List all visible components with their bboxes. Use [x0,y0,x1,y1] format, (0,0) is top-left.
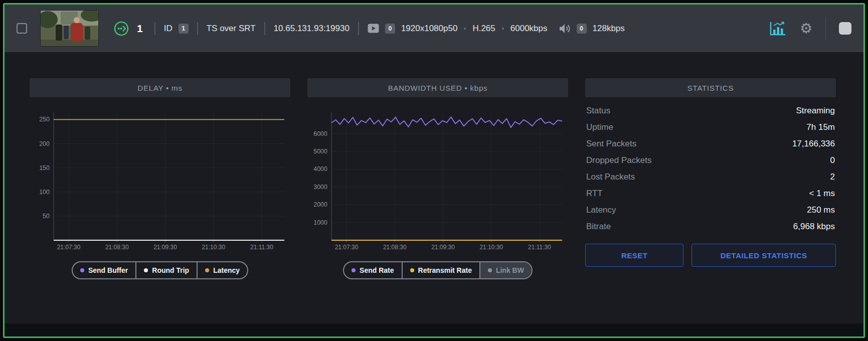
bandwidth-panel: BANDWIDTH USED • kbps 100020003000400050… [307,78,568,279]
protocol-label: TS over SRT [207,24,256,34]
legend-color-dot [352,268,356,272]
stat-label: Dropped Packets [586,155,651,165]
svg-text:100: 100 [39,189,50,196]
divider [154,22,155,35]
video-bitrate-label: 6000kbps [510,24,548,34]
svg-text:21:07:30: 21:07:30 [57,244,81,251]
svg-text:5000: 5000 [313,148,327,155]
stat-row-dropped-packets: Dropped Packets0 [586,152,835,168]
detailed-statistics-button[interactable]: DETAILED STATISTICS [691,244,836,267]
legend-label: Send Rate [360,266,394,274]
svg-text:150: 150 [39,164,50,172]
stat-row-uptime: Uptime7h 15m [586,119,835,135]
statistics-panel: STATISTICS StatusStreamingUptime7h 15mSe… [585,78,836,279]
legend-item-round-trip[interactable]: Round Trip [136,262,198,278]
svg-text:21:08:30: 21:08:30 [105,244,129,251]
stat-label: Lost Packets [586,172,635,182]
divider [358,22,359,35]
dot-separator [502,28,504,30]
svg-text:4000: 4000 [313,165,327,173]
legend-item-latency[interactable]: Latency [198,262,247,278]
id-label: ID [164,24,172,34]
id-badge: 1 [179,24,189,34]
stream-select-checkbox[interactable] [17,23,27,34]
divider [825,17,826,40]
audio-track-icon [559,23,571,34]
legend-group: Send RateRetransmit RateLink BW [343,261,533,279]
legend-item-retransmit-rate[interactable]: Retransmit Rate [403,262,480,278]
stop-button[interactable] [839,22,851,35]
statistics-panel-title: STATISTICS [585,78,836,97]
svg-text:6000: 6000 [313,130,327,137]
stat-label: Uptime [586,122,613,132]
statistics-rows: StatusStreamingUptime7h 15mSent Packets1… [585,102,836,235]
audio-bitrate-label: 128kbps [593,24,625,34]
stat-value: 2 [830,172,835,182]
legend-label: Send Buffer [88,266,128,274]
delay-panel-title: DELAY • ms [30,78,290,97]
svg-text:3000: 3000 [313,184,327,191]
stat-row-lost-packets: Lost Packets2 [586,168,835,185]
dot-separator [464,28,466,30]
svg-text:21:10:30: 21:10:30 [479,244,503,251]
stat-label: Bitrate [586,222,611,232]
video-track-badge: 0 [385,24,395,34]
legend-color-dot [144,268,148,272]
legend-group: Send BufferRound TripLatency [72,261,248,279]
stream-card: 1 ID 1 TS over SRT 10.65.131.93:19930 0 … [3,3,865,338]
stat-value: 6,968 kbps [793,222,835,232]
legend-label: Retransmit Rate [418,266,472,274]
svg-text:21:11:30: 21:11:30 [250,244,273,251]
svg-text:50: 50 [43,213,50,220]
stat-value: 250 ms [807,205,835,215]
svg-text:21:09:30: 21:09:30 [153,244,177,251]
bandwidth-legend: Send RateRetransmit RateLink BW [307,261,568,279]
svg-text:2000: 2000 [313,201,327,208]
codec-label: H.265 [472,24,495,34]
legend-label: Latency [213,266,240,274]
svg-text:21:07:30: 21:07:30 [335,244,359,251]
reset-button[interactable]: RESET [585,244,683,267]
video-thumbnail[interactable] [40,10,99,47]
svg-text:21:10:30: 21:10:30 [202,244,225,251]
statistics-chart-icon[interactable] [769,21,787,37]
legend-item-link-bw[interactable]: Link BW [480,262,532,278]
stream-number: 1 [137,23,143,35]
stat-value: 0 [830,155,835,165]
stat-label: Sent Packets [586,139,636,149]
svg-text:21:11:30: 21:11:30 [528,244,551,251]
delay-legend: Send BufferRound TripLatency [30,261,290,279]
stream-status-icon [114,21,129,36]
dashboard-content: DELAY • ms 5010015020025021:07:3021:08:3… [5,52,863,279]
delay-chart: 5010015020025021:07:3021:08:3021:09:3021… [30,104,290,257]
legend-item-send-buffer[interactable]: Send Buffer [73,262,136,278]
legend-color-dot [205,268,209,272]
svg-text:1000: 1000 [313,219,327,226]
video-track-icon [368,24,379,33]
stat-label: Latency [586,205,616,215]
legend-color-dot [410,268,414,272]
stat-label: RTT [586,189,603,199]
settings-gear-icon[interactable]: ⚙ [800,22,812,36]
delay-panel: DELAY • ms 5010015020025021:07:3021:08:3… [30,78,290,279]
stat-value: Streaming [796,106,835,116]
footer-strip [5,323,863,336]
stat-row-sent-packets: Sent Packets17,166,336 [586,135,835,152]
legend-label: Link BW [496,266,524,274]
divider [197,22,198,35]
stream-header-bar: 1 ID 1 TS over SRT 10.65.131.93:19930 0 … [5,5,863,52]
audio-track-badge: 0 [577,24,587,34]
stat-row-rtt: RTT< 1 ms [586,185,835,202]
divider [264,22,265,35]
legend-label: Round Trip [152,266,189,274]
resolution-label: 1920x1080p50 [401,24,458,34]
stat-row-latency: Latency250 ms [586,202,835,218]
stream-address: 10.65.131.93:19930 [274,24,350,34]
svg-text:21:09:30: 21:09:30 [431,244,455,251]
statistics-buttons: RESET DETAILED STATISTICS [585,244,836,267]
stat-row-status: StatusStreaming [586,102,835,119]
svg-text:200: 200 [39,140,50,147]
legend-color-dot [488,268,492,272]
legend-item-send-rate[interactable]: Send Rate [344,262,402,278]
legend-color-dot [80,268,84,272]
